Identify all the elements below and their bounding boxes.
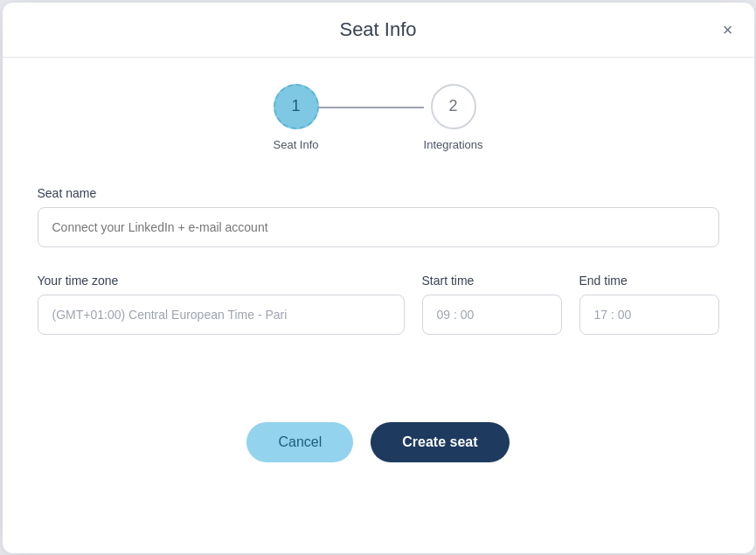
step-1: 1 Seat Info [274, 84, 319, 151]
step-1-label: Seat Info [274, 138, 319, 151]
timezone-label: Your time zone [38, 274, 405, 288]
modal-title: Seat Info [24, 18, 733, 41]
modal-overlay: Seat Info × 1 Seat Info 2 Integrations S… [0, 0, 756, 555]
stepper: 1 Seat Info 2 Integrations [38, 84, 719, 151]
create-seat-button[interactable]: Create seat [371, 422, 509, 462]
seat-name-input[interactable] [38, 207, 719, 247]
seat-name-section: Seat name [38, 186, 719, 247]
start-time-section: Start time [422, 274, 562, 335]
step-2-circle: 2 [431, 84, 476, 129]
timezone-input[interactable] [38, 295, 405, 335]
step-connector [319, 107, 424, 108]
modal-body: 1 Seat Info 2 Integrations Seat name You… [3, 58, 754, 387]
modal-dialog: Seat Info × 1 Seat Info 2 Integrations S… [3, 3, 754, 553]
start-time-label: Start time [422, 274, 562, 288]
end-time-input[interactable] [579, 295, 719, 335]
end-time-section: End time [579, 274, 719, 335]
modal-header: Seat Info × [3, 3, 754, 58]
start-time-input[interactable] [422, 295, 562, 335]
seat-name-label: Seat name [38, 186, 719, 200]
step-2-label: Integrations [424, 138, 483, 151]
step-1-circle: 1 [274, 84, 319, 129]
step-2: 2 Integrations [424, 84, 483, 151]
close-button[interactable]: × [719, 17, 737, 42]
timezone-section: Your time zone [38, 274, 405, 335]
modal-footer: Cancel Create seat [3, 405, 754, 480]
time-row: Your time zone Start time End time [38, 274, 719, 361]
cancel-button[interactable]: Cancel [246, 422, 353, 462]
end-time-label: End time [579, 274, 719, 288]
